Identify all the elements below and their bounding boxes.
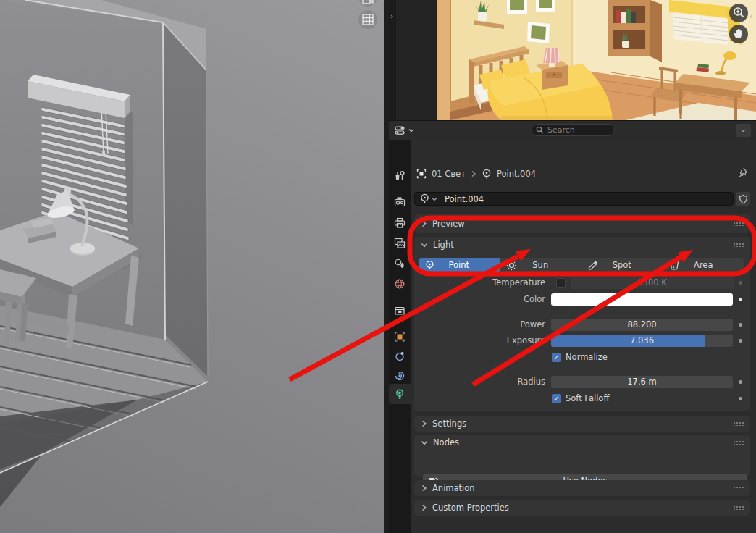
chevron-right-icon bbox=[421, 220, 427, 227]
panel-light-title: Light bbox=[433, 240, 454, 250]
animate-dot[interactable] bbox=[739, 281, 742, 285]
power-value-field[interactable]: 88.200 bbox=[551, 319, 733, 331]
panel-preview-title: Preview bbox=[432, 219, 465, 229]
magnifier-plus-icon bbox=[729, 4, 748, 22]
world-globe-icon bbox=[395, 280, 404, 288]
tab-output[interactable] bbox=[389, 214, 411, 232]
tab-constraints[interactable] bbox=[389, 347, 411, 366]
breadcrumb-object[interactable]: Point.004 bbox=[497, 169, 536, 179]
light-type-point-button[interactable]: Point bbox=[419, 258, 500, 272]
pin-icon[interactable] bbox=[737, 167, 748, 178]
panel-animation[interactable]: Animation bbox=[414, 480, 750, 496]
properties-header: Search ⌄ bbox=[389, 121, 756, 140]
collection-box-icon bbox=[395, 308, 404, 315]
spot-light-icon bbox=[587, 260, 598, 271]
tab-collection[interactable] bbox=[389, 301, 411, 320]
exposure-row: Exposure 7.036 bbox=[414, 335, 750, 347]
tab-physics[interactable] bbox=[389, 366, 411, 385]
panel-grip[interactable] bbox=[733, 421, 744, 426]
pan-gizmo-button[interactable] bbox=[729, 25, 748, 43]
temperature-checkbox[interactable] bbox=[556, 278, 566, 288]
breadcrumb-collection[interactable]: 01 Свет bbox=[432, 169, 466, 179]
viewport-gizmos bbox=[358, 0, 377, 29]
chevron-down-icon bbox=[408, 127, 414, 133]
panel-grip[interactable] bbox=[733, 486, 744, 490]
panel-settings-title: Settings bbox=[432, 419, 466, 429]
chevron-right-icon bbox=[421, 420, 427, 427]
panel-grip[interactable] bbox=[733, 243, 744, 247]
search-input[interactable]: Search bbox=[531, 124, 615, 136]
panel-custom-properties[interactable]: Custom Properties bbox=[414, 500, 750, 516]
hand-icon bbox=[729, 25, 748, 43]
tab-object[interactable] bbox=[389, 327, 411, 346]
panel-nodes-header[interactable]: Nodes bbox=[414, 435, 750, 450]
tab-tool[interactable] bbox=[389, 166, 411, 185]
view-layer-icon bbox=[395, 239, 405, 248]
light-type-sun-label: Sun bbox=[532, 260, 548, 270]
datablock-type-chip[interactable] bbox=[415, 193, 440, 204]
grid-gizmo[interactable] bbox=[358, 10, 377, 29]
shield-icon bbox=[739, 194, 748, 204]
animate-dot[interactable] bbox=[739, 397, 742, 400]
light-type-spot-label: Spot bbox=[613, 260, 631, 270]
light-type-buttons: Point Sun bbox=[419, 258, 744, 272]
fake-user-button[interactable] bbox=[736, 192, 750, 206]
render-preview-editor[interactable]: › ‹ bbox=[389, 0, 756, 121]
render-camera-icon bbox=[395, 198, 405, 206]
properties-content: 01 Свет Point.004 bbox=[411, 140, 756, 533]
tab-object-data-light[interactable] bbox=[389, 384, 411, 404]
panel-light: Light Point bbox=[414, 237, 750, 411]
temperature-row: Temperature 6500 K bbox=[414, 277, 750, 289]
panel-nodes: Nodes Use Nodes bbox=[414, 435, 750, 477]
datablock-name-field[interactable]: Point.004 bbox=[414, 192, 734, 206]
panel-grip[interactable] bbox=[733, 222, 744, 226]
tab-scene[interactable] bbox=[389, 254, 411, 273]
exposure-slider[interactable]: 7.036 bbox=[551, 335, 733, 347]
sun-light-icon bbox=[506, 260, 517, 271]
radius-value-field[interactable]: 17.6 m bbox=[551, 376, 733, 388]
tool-icon bbox=[396, 172, 404, 180]
animate-dot[interactable] bbox=[739, 339, 742, 343]
properties-editor-icon bbox=[394, 125, 407, 136]
tab-render[interactable] bbox=[389, 193, 411, 211]
search-placeholder: Search bbox=[547, 125, 575, 135]
panel-grip[interactable] bbox=[733, 440, 744, 445]
animate-dot[interactable] bbox=[739, 380, 742, 384]
light-type-area-button[interactable]: Area bbox=[663, 258, 744, 272]
light-bulb-icon bbox=[397, 390, 403, 398]
temperature-label: Temperature bbox=[414, 277, 545, 289]
blender-window: › ‹ bbox=[0, 0, 756, 533]
expand-region-left-icon[interactable]: › bbox=[390, 12, 393, 20]
tab-view-layer[interactable] bbox=[389, 234, 411, 253]
power-label: Power bbox=[414, 319, 545, 331]
panel-settings[interactable]: Settings bbox=[414, 416, 750, 432]
editor-divider[interactable] bbox=[384, 0, 389, 533]
properties-editor: Search ⌄ bbox=[389, 121, 756, 533]
collapse-region-right-icon[interactable]: ‹ bbox=[749, 12, 752, 20]
tab-world[interactable] bbox=[389, 274, 411, 293]
light-type-area-label: Area bbox=[694, 260, 713, 270]
exposure-label: Exposure bbox=[414, 335, 545, 347]
soft-falloff-checkbox[interactable]: ✓ bbox=[552, 394, 561, 403]
normalize-label: Normalize bbox=[566, 351, 608, 364]
light-type-spot-button[interactable]: Spot bbox=[581, 258, 663, 272]
exposure-value: 7.036 bbox=[551, 335, 733, 347]
3d-viewport[interactable] bbox=[0, 0, 384, 533]
breadcrumb: 01 Свет Point.004 bbox=[416, 167, 536, 181]
breadcrumb-separator-icon bbox=[471, 170, 476, 177]
editor-type-button[interactable] bbox=[392, 123, 418, 138]
temperature-value-field[interactable]: 6500 K bbox=[571, 277, 734, 289]
bookshelf bbox=[608, 0, 662, 62]
zoom-gizmo-button[interactable] bbox=[729, 4, 748, 22]
panel-light-header[interactable]: Light bbox=[414, 237, 750, 253]
point-light-icon bbox=[424, 260, 435, 271]
color-swatch[interactable] bbox=[551, 293, 733, 306]
panel-preview[interactable]: Preview bbox=[414, 214, 750, 233]
panel-grip[interactable] bbox=[733, 505, 744, 510]
light-type-sun-button[interactable]: Sun bbox=[500, 258, 581, 272]
animate-dot[interactable] bbox=[739, 323, 742, 327]
animate-dot[interactable] bbox=[739, 298, 742, 301]
header-menu-button[interactable]: ⌄ bbox=[736, 124, 751, 137]
normalize-checkbox[interactable]: ✓ bbox=[552, 353, 561, 362]
datablock-name-row: Point.004 bbox=[414, 192, 750, 206]
